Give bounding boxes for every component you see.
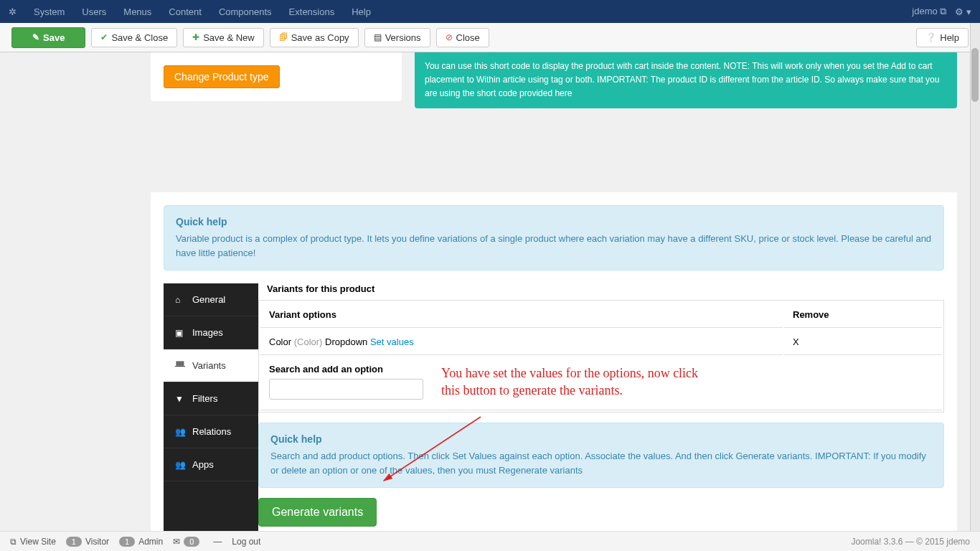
nav-content[interactable]: Content [160,6,210,17]
nav-menus[interactable]: Menus [115,6,160,17]
nav-extensions[interactable]: Extensions [281,6,344,17]
help-icon: ❔ [925,32,936,42]
check-icon: ✎ [32,32,39,42]
nav-components[interactable]: Components [210,6,281,17]
save-new-button[interactable]: ✚Save & New [183,28,264,47]
top-nav: ✲ System Users Menus Content Components … [0,0,980,23]
nav-help[interactable]: Help [343,6,380,17]
scrollbar-thumb[interactable] [971,48,979,52]
gear-icon: ⚙ [955,6,963,17]
close-button[interactable]: ⊘Close [436,28,489,47]
toolbar: ✎Save ✔Save & Close ✚Save & New 🗐Save as… [0,23,980,52]
joomla-icon: ✲ [9,6,17,17]
save-copy-button[interactable]: 🗐Save as Copy [270,28,359,47]
save-button[interactable]: ✎Save [11,27,85,48]
close-icon: ⊘ [446,32,453,42]
nav-users[interactable]: Users [73,6,115,17]
plus-icon: ✚ [192,32,199,42]
check-icon: ✔ [100,32,108,42]
stack-icon: ▤ [374,32,382,42]
versions-button[interactable]: ▤Versions [364,28,430,47]
scrollbar[interactable] [970,23,980,52]
save-close-button[interactable]: ✔Save & Close [91,28,177,47]
help-button[interactable]: ❔Help [916,28,969,47]
nav-user[interactable]: jdemo ⧉ [912,6,946,17]
nav-settings[interactable]: ⚙ ▾ [955,6,971,17]
external-icon: ⧉ [940,6,946,17]
nav-system[interactable]: System [25,6,73,17]
copy-icon: 🗐 [279,32,288,42]
